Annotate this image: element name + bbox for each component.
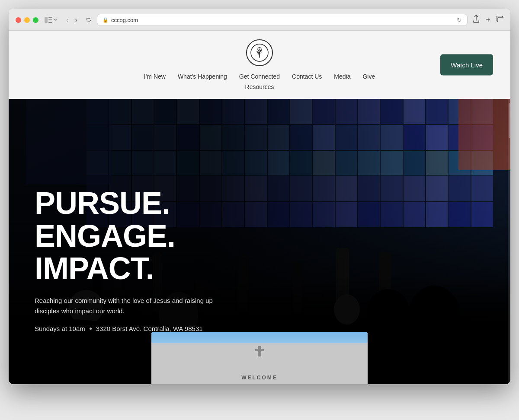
scrollbar-thumb[interactable] — [509, 103, 510, 138]
tabs-button[interactable] — [497, 16, 503, 24]
logo-container — [246, 39, 273, 66]
lock-icon: 🔒 — [103, 17, 109, 23]
svg-rect-1 — [48, 17, 52, 18]
cross-icon — [258, 346, 261, 356]
nav-item-im-new[interactable]: I'm New — [144, 73, 166, 80]
site-logo[interactable] — [246, 39, 273, 66]
browser-chrome: ‹ › 🛡 🔒 cccog.com ↻ + — [9, 9, 510, 31]
close-button[interactable] — [16, 17, 21, 23]
nav-item-media[interactable]: Media — [334, 73, 350, 80]
address-street: 3320 Borst Ave. Centralia, WA 98531 — [96, 325, 203, 332]
refresh-button[interactable]: ↻ — [457, 16, 462, 23]
browser-actions: + — [473, 15, 503, 25]
hero-subtext: Reaching our community with the love of … — [35, 296, 225, 316]
headline-impact: IMPACT. — [35, 252, 225, 285]
svg-rect-2 — [48, 19, 52, 20]
traffic-lights — [16, 17, 38, 23]
svg-rect-0 — [45, 17, 48, 23]
scrollbar-track — [508, 99, 510, 384]
primary-nav: I'm New What's Happening Get Connected C… — [144, 73, 375, 80]
share-button[interactable] — [473, 15, 480, 25]
nav-item-whats-happening[interactable]: What's Happening — [178, 73, 227, 80]
minimize-button[interactable] — [24, 17, 30, 23]
website-content: I'm New What's Happening Get Connected C… — [9, 31, 510, 384]
address-bar[interactable]: 🔒 cccog.com ↻ — [97, 14, 468, 26]
svg-rect-5 — [498, 17, 503, 22]
nav-item-give[interactable]: Give — [362, 73, 375, 80]
hero-headline: PURSUE. ENGAGE. IMPACT. — [35, 187, 225, 285]
site-header: I'm New What's Happening Get Connected C… — [9, 31, 510, 99]
address-separator — [90, 328, 92, 330]
hero-content: PURSUE. ENGAGE. IMPACT. Reaching our com… — [35, 187, 225, 332]
shield-icon: 🛡 — [86, 17, 92, 23]
url-text: cccog.com — [111, 17, 138, 23]
hero-section: PURSUE. ENGAGE. IMPACT. Reaching our com… — [9, 99, 510, 384]
nav-item-resources[interactable]: Resources — [245, 83, 274, 90]
maximize-button[interactable] — [33, 17, 38, 23]
svg-rect-3 — [48, 22, 52, 23]
nav-item-contact-us[interactable]: Contact Us — [292, 73, 322, 80]
watch-live-button[interactable]: Watch Live — [440, 54, 493, 76]
secondary-nav: Resources — [245, 83, 274, 90]
headline-pursue: PURSUE. — [35, 187, 225, 220]
browser-navigation: ‹ › — [64, 15, 79, 25]
forward-button[interactable]: › — [73, 15, 79, 25]
headline-engage: ENGAGE. — [35, 220, 225, 253]
new-tab-button[interactable]: + — [486, 16, 490, 25]
sidebar-toggle[interactable] — [45, 17, 58, 23]
building-preview: WELCOME — [151, 332, 368, 384]
nav-item-get-connected[interactable]: Get Connected — [239, 73, 280, 80]
nav-center: I'm New What's Happening Get Connected C… — [144, 39, 375, 90]
browser-window: ‹ › 🛡 🔒 cccog.com ↻ + — [9, 9, 510, 384]
address-service-time: Sundays at 10am — [35, 325, 85, 332]
back-button[interactable]: ‹ — [64, 15, 70, 25]
hero-address: Sundays at 10am 3320 Borst Ave. Centrali… — [35, 325, 225, 332]
